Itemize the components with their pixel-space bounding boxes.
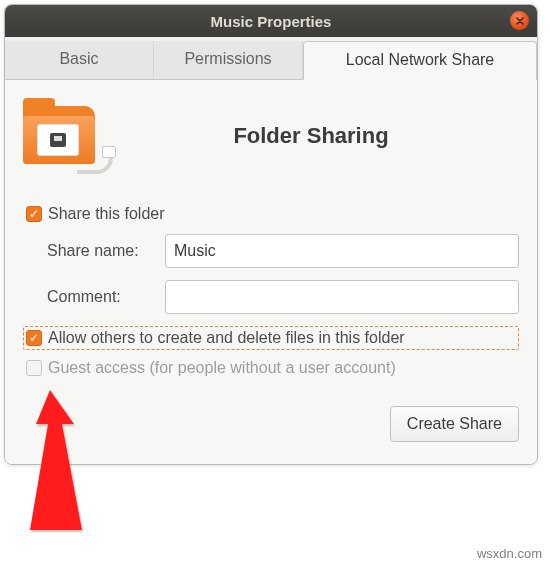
- tab-bar: Basic Permissions Local Network Share: [5, 37, 537, 80]
- button-row: Create Share: [23, 406, 519, 442]
- guest-access-label: Guest access (for people without a user …: [48, 359, 396, 377]
- share-this-folder-row[interactable]: ✓ Share this folder: [23, 202, 519, 226]
- window-title: Music Properties: [211, 13, 332, 30]
- share-header: Folder Sharing: [23, 98, 519, 174]
- tab-basic[interactable]: Basic: [5, 41, 154, 79]
- share-name-label: Share name:: [47, 242, 165, 260]
- tab-local-network-share[interactable]: Local Network Share: [303, 41, 537, 80]
- share-name-row: Share name:: [47, 234, 519, 268]
- tab-permissions[interactable]: Permissions: [154, 41, 303, 79]
- share-name-input[interactable]: [165, 234, 519, 268]
- create-share-button[interactable]: Create Share: [390, 406, 519, 442]
- comment-input[interactable]: [165, 280, 519, 314]
- properties-window: Music Properties Basic Permissions Local…: [4, 4, 538, 465]
- comment-row: Comment:: [47, 280, 519, 314]
- watermark: wsxdn.com: [477, 546, 542, 561]
- guest-access-row[interactable]: Guest access (for people without a user …: [23, 356, 519, 380]
- titlebar: Music Properties: [5, 5, 537, 37]
- allow-others-checkbox[interactable]: ✓: [26, 330, 42, 346]
- close-icon[interactable]: [510, 11, 529, 30]
- tab-content: Folder Sharing ✓ Share this folder Share…: [5, 80, 537, 464]
- allow-others-row[interactable]: ✓ Allow others to create and delete file…: [23, 326, 519, 350]
- share-this-folder-label: Share this folder: [48, 205, 165, 223]
- shared-folder-icon: [23, 98, 109, 174]
- page-title: Folder Sharing: [133, 123, 519, 149]
- guest-access-checkbox[interactable]: [26, 360, 42, 376]
- comment-label: Comment:: [47, 288, 165, 306]
- allow-others-label: Allow others to create and delete files …: [48, 329, 405, 347]
- share-this-folder-checkbox[interactable]: ✓: [26, 206, 42, 222]
